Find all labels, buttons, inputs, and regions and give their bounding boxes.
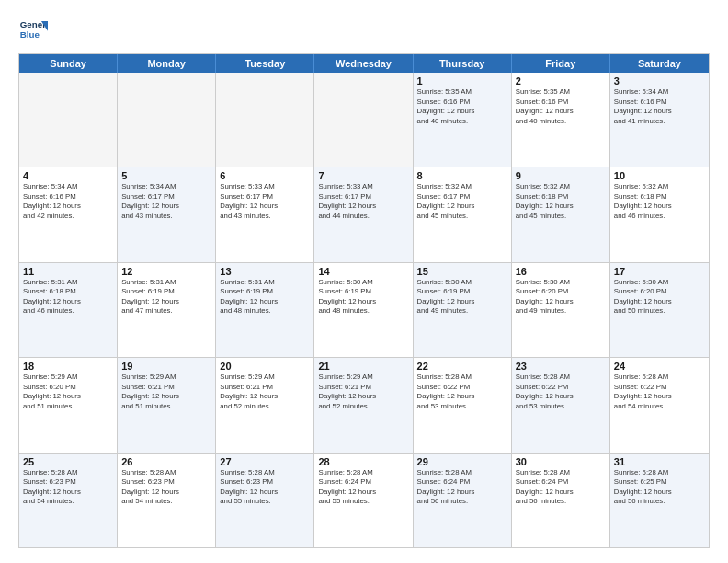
day-number: 16 [516, 266, 606, 277]
day-number: 3 [614, 75, 705, 86]
day-info: Sunrise: 5:34 AMSunset: 6:16 PMDaylight:… [614, 87, 705, 126]
day-header-thursday: Thursday [414, 54, 512, 73]
day-info: Sunrise: 5:30 AMSunset: 6:20 PMDaylight:… [614, 278, 705, 316]
day-cell-18: 18Sunrise: 5:29 AMSunset: 6:20 PMDayligh… [19, 358, 118, 452]
day-cell-19: 19Sunrise: 5:29 AMSunset: 6:21 PMDayligh… [118, 358, 216, 452]
day-info: Sunrise: 5:35 AMSunset: 6:16 PMDaylight:… [417, 87, 507, 126]
day-info: Sunrise: 5:28 AMSunset: 6:23 PMDaylight:… [220, 468, 310, 507]
day-info: Sunrise: 5:29 AMSunset: 6:20 PMDaylight:… [23, 373, 113, 411]
day-cell-23: 23Sunrise: 5:28 AMSunset: 6:22 PMDayligh… [512, 358, 610, 452]
calendar-header: SundayMondayTuesdayWednesdayThursdayFrid… [19, 54, 709, 73]
empty-cell-0-0 [19, 73, 118, 167]
day-info: Sunrise: 5:35 AMSunset: 6:16 PMDaylight:… [516, 87, 606, 126]
day-cell-3: 3Sunrise: 5:34 AMSunset: 6:16 PMDaylight… [610, 73, 709, 167]
day-number: 26 [121, 456, 211, 467]
day-cell-21: 21Sunrise: 5:29 AMSunset: 6:21 PMDayligh… [314, 358, 413, 452]
day-header-monday: Monday [118, 54, 216, 73]
day-number: 1 [417, 75, 507, 86]
day-number: 12 [121, 266, 211, 277]
day-number: 7 [318, 170, 408, 181]
day-number: 27 [220, 456, 310, 467]
day-cell-6: 6Sunrise: 5:33 AMSunset: 6:17 PMDaylight… [216, 167, 314, 261]
day-number: 31 [614, 456, 705, 467]
logo-icon: General Blue [18, 15, 48, 44]
day-info: Sunrise: 5:31 AMSunset: 6:19 PMDaylight:… [220, 278, 310, 316]
day-cell-16: 16Sunrise: 5:30 AMSunset: 6:20 PMDayligh… [512, 263, 610, 357]
day-cell-8: 8Sunrise: 5:32 AMSunset: 6:17 PMDaylight… [414, 167, 512, 261]
calendar-row-3: 11Sunrise: 5:31 AMSunset: 6:18 PMDayligh… [19, 262, 709, 357]
day-number: 4 [23, 170, 113, 181]
day-number: 9 [516, 170, 606, 181]
day-info: Sunrise: 5:32 AMSunset: 6:18 PMDaylight:… [516, 182, 606, 221]
day-number: 8 [417, 170, 507, 181]
day-number: 19 [121, 361, 211, 372]
day-info: Sunrise: 5:28 AMSunset: 6:24 PMDaylight:… [516, 468, 606, 507]
empty-cell-0-3 [314, 73, 413, 167]
day-cell-31: 31Sunrise: 5:28 AMSunset: 6:25 PMDayligh… [610, 454, 709, 547]
day-number: 15 [417, 266, 507, 277]
day-number: 29 [417, 456, 507, 467]
day-info: Sunrise: 5:31 AMSunset: 6:19 PMDaylight:… [121, 278, 211, 316]
day-info: Sunrise: 5:29 AMSunset: 6:21 PMDaylight:… [318, 373, 408, 411]
day-number: 2 [516, 75, 606, 86]
day-info: Sunrise: 5:28 AMSunset: 6:24 PMDaylight:… [318, 468, 408, 507]
day-cell-26: 26Sunrise: 5:28 AMSunset: 6:23 PMDayligh… [118, 454, 216, 547]
day-number: 20 [220, 361, 310, 372]
day-cell-29: 29Sunrise: 5:28 AMSunset: 6:24 PMDayligh… [414, 454, 512, 547]
day-cell-20: 20Sunrise: 5:29 AMSunset: 6:21 PMDayligh… [216, 358, 314, 452]
day-cell-12: 12Sunrise: 5:31 AMSunset: 6:19 PMDayligh… [118, 263, 216, 357]
day-number: 28 [318, 456, 408, 467]
day-cell-4: 4Sunrise: 5:34 AMSunset: 6:16 PMDaylight… [19, 167, 118, 261]
day-number: 30 [516, 456, 606, 467]
day-cell-25: 25Sunrise: 5:28 AMSunset: 6:23 PMDayligh… [19, 454, 118, 547]
empty-cell-0-1 [118, 73, 216, 167]
day-cell-10: 10Sunrise: 5:32 AMSunset: 6:18 PMDayligh… [610, 167, 709, 261]
day-number: 11 [23, 266, 113, 277]
calendar-body: 1Sunrise: 5:35 AMSunset: 6:16 PMDaylight… [19, 73, 709, 547]
day-info: Sunrise: 5:28 AMSunset: 6:24 PMDaylight:… [417, 468, 507, 507]
day-info: Sunrise: 5:30 AMSunset: 6:19 PMDaylight:… [417, 278, 507, 316]
day-info: Sunrise: 5:28 AMSunset: 6:22 PMDaylight:… [516, 373, 606, 411]
calendar-row-4: 18Sunrise: 5:29 AMSunset: 6:20 PMDayligh… [19, 357, 709, 452]
day-number: 22 [417, 361, 507, 372]
day-cell-5: 5Sunrise: 5:34 AMSunset: 6:17 PMDaylight… [118, 167, 216, 261]
day-cell-22: 22Sunrise: 5:28 AMSunset: 6:22 PMDayligh… [414, 358, 512, 452]
day-number: 24 [614, 361, 705, 372]
calendar-row-2: 4Sunrise: 5:34 AMSunset: 6:16 PMDaylight… [19, 167, 709, 261]
day-info: Sunrise: 5:29 AMSunset: 6:21 PMDaylight:… [121, 373, 211, 411]
day-info: Sunrise: 5:33 AMSunset: 6:17 PMDaylight:… [220, 182, 310, 221]
calendar-row-5: 25Sunrise: 5:28 AMSunset: 6:23 PMDayligh… [19, 453, 709, 547]
day-number: 10 [614, 170, 705, 181]
day-header-saturday: Saturday [610, 54, 709, 73]
day-number: 6 [220, 170, 310, 181]
svg-text:Blue: Blue [20, 29, 40, 40]
day-info: Sunrise: 5:30 AMSunset: 6:20 PMDaylight:… [516, 278, 606, 316]
day-info: Sunrise: 5:30 AMSunset: 6:19 PMDaylight:… [318, 278, 408, 316]
day-info: Sunrise: 5:31 AMSunset: 6:18 PMDaylight:… [23, 278, 113, 316]
day-cell-13: 13Sunrise: 5:31 AMSunset: 6:19 PMDayligh… [216, 263, 314, 357]
empty-cell-0-2 [216, 73, 314, 167]
day-cell-2: 2Sunrise: 5:35 AMSunset: 6:16 PMDaylight… [512, 73, 610, 167]
day-info: Sunrise: 5:34 AMSunset: 6:17 PMDaylight:… [121, 182, 211, 221]
day-info: Sunrise: 5:32 AMSunset: 6:18 PMDaylight:… [614, 182, 705, 221]
day-info: Sunrise: 5:29 AMSunset: 6:21 PMDaylight:… [220, 373, 310, 411]
day-cell-9: 9Sunrise: 5:32 AMSunset: 6:18 PMDaylight… [512, 167, 610, 261]
day-cell-27: 27Sunrise: 5:28 AMSunset: 6:23 PMDayligh… [216, 454, 314, 547]
day-info: Sunrise: 5:28 AMSunset: 6:22 PMDaylight:… [614, 373, 705, 411]
day-number: 17 [614, 266, 705, 277]
day-cell-30: 30Sunrise: 5:28 AMSunset: 6:24 PMDayligh… [512, 454, 610, 547]
day-number: 18 [23, 361, 113, 372]
day-cell-14: 14Sunrise: 5:30 AMSunset: 6:19 PMDayligh… [314, 263, 413, 357]
day-number: 21 [318, 361, 408, 372]
day-cell-7: 7Sunrise: 5:33 AMSunset: 6:17 PMDaylight… [314, 167, 413, 261]
day-info: Sunrise: 5:28 AMSunset: 6:22 PMDaylight:… [417, 373, 507, 411]
day-info: Sunrise: 5:28 AMSunset: 6:25 PMDaylight:… [614, 468, 705, 507]
day-number: 23 [516, 361, 606, 372]
day-header-sunday: Sunday [19, 54, 118, 73]
day-info: Sunrise: 5:28 AMSunset: 6:23 PMDaylight:… [23, 468, 113, 507]
day-info: Sunrise: 5:34 AMSunset: 6:16 PMDaylight:… [23, 182, 113, 221]
calendar-row-1: 1Sunrise: 5:35 AMSunset: 6:16 PMDaylight… [19, 73, 709, 167]
page: General Blue SundayMondayTuesdayWednesda… [0, 0, 728, 563]
day-info: Sunrise: 5:32 AMSunset: 6:17 PMDaylight:… [417, 182, 507, 221]
day-info: Sunrise: 5:28 AMSunset: 6:23 PMDaylight:… [121, 468, 211, 507]
